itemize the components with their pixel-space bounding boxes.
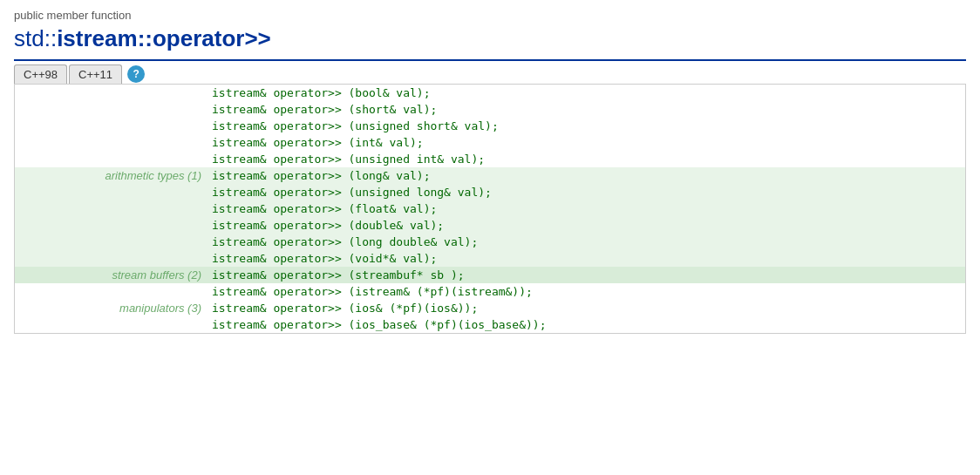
table-row: istream& operator>> (float& val); <box>15 200 965 217</box>
table-row: manipulators (3) istream& operator>> (io… <box>15 300 965 316</box>
category-cell <box>15 250 207 267</box>
code-cell: istream& operator>> (unsigned short& val… <box>207 118 965 134</box>
table-row: istream& operator>> (istream& (*pf)(istr… <box>15 283 965 300</box>
category-cell <box>15 101 207 118</box>
category-cell <box>15 151 207 167</box>
category-cell <box>15 118 207 134</box>
code-cell: istream& operator>> (long& val); <box>207 167 965 184</box>
category-label-arithmetic: arithmetic types (1) <box>15 167 207 184</box>
category-cell <box>15 234 207 250</box>
help-icon[interactable]: ? <box>127 65 145 83</box>
page-title: std::istream::operator>> <box>14 25 966 52</box>
code-cell: istream& operator>> (ios_base& (*pf)(ios… <box>207 316 965 333</box>
table-row: istream& operator>> (long double& val); <box>15 234 965 250</box>
table-row: istream& operator>> (int& val); <box>15 134 965 151</box>
code-cell: istream& operator>> (double& val); <box>207 217 965 234</box>
category-label-manipulators: manipulators (3) <box>15 300 207 316</box>
category-cell <box>15 85 207 101</box>
table-row: stream buffers (2) istream& operator>> (… <box>15 267 965 283</box>
content-area: istream& operator>> (bool& val); istream… <box>14 85 966 334</box>
table-row: istream& operator>> (unsigned short& val… <box>15 118 965 134</box>
category-cell <box>15 316 207 333</box>
code-cell: istream& operator>> (istream& (*pf)(istr… <box>207 283 965 300</box>
table-row: istream& operator>> (void*& val); <box>15 250 965 267</box>
table-row: istream& operator>> (short& val); <box>15 101 965 118</box>
category-cell <box>15 134 207 151</box>
tabs-bar: C++98 C++11 ? <box>14 59 966 85</box>
code-cell: istream& operator>> (unsigned int& val); <box>207 151 965 167</box>
table-row: istream& operator>> (bool& val); <box>15 85 965 101</box>
code-cell: istream& operator>> (streambuf* sb ); <box>207 267 965 283</box>
table-row: istream& operator>> (double& val); <box>15 217 965 234</box>
table-row: arithmetic types (1) istream& operator>>… <box>15 167 965 184</box>
category-cell <box>15 184 207 200</box>
code-cell: istream& operator>> (float& val); <box>207 200 965 217</box>
table-row: istream& operator>> (unsigned int& val); <box>15 151 965 167</box>
overload-table: istream& operator>> (bool& val); istream… <box>15 85 965 333</box>
code-cell: istream& operator>> (short& val); <box>207 101 965 118</box>
code-cell: istream& operator>> (unsigned long& val)… <box>207 184 965 200</box>
code-cell: istream& operator>> (long double& val); <box>207 234 965 250</box>
table-row: istream& operator>> (unsigned long& val)… <box>15 184 965 200</box>
category-cell <box>15 283 207 300</box>
code-cell: istream& operator>> (void*& val); <box>207 250 965 267</box>
namespace-label: std:: <box>14 25 57 51</box>
table-row: istream& operator>> (ios_base& (*pf)(ios… <box>15 316 965 333</box>
tab-cpp11[interactable]: C++11 <box>69 64 122 84</box>
code-cell: istream& operator>> (ios& (*pf)(ios&)); <box>207 300 965 316</box>
tab-cpp98[interactable]: C++98 <box>14 64 67 84</box>
member-type-label: public member function <box>14 9 966 22</box>
code-cell: istream& operator>> (int& val); <box>207 134 965 151</box>
category-label-streambuf: stream buffers (2) <box>15 267 207 283</box>
category-cell <box>15 200 207 217</box>
code-cell: istream& operator>> (bool& val); <box>207 85 965 101</box>
page-wrapper: public member function std::istream::ope… <box>0 0 980 348</box>
category-cell <box>15 217 207 234</box>
title-main: istream::operator>> <box>57 25 271 51</box>
